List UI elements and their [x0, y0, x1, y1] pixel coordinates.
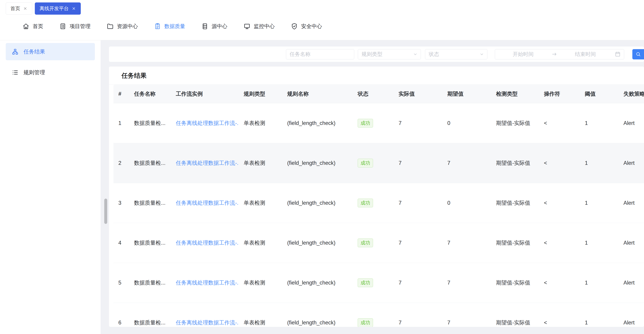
workflow-instance-link[interactable]: 任务离线处理数据工作流-...: [176, 240, 239, 246]
sidebar-item-label: 规则管理: [24, 69, 45, 76]
nav-item-data-quality[interactable]: 数据质量: [154, 23, 185, 30]
tab-offline-dev-platform[interactable]: 离线开发平台: [35, 3, 81, 15]
col-header-rule_name: 规则名称: [282, 85, 353, 103]
table-row: 2数据质量检...任务离线处理数据工作流-...单表检测(field_lengt…: [114, 143, 644, 183]
status-select[interactable]: 状态: [425, 49, 487, 59]
sidebar: 任务结果规则管理: [0, 40, 100, 334]
nav-item-monitor-center[interactable]: 监控中心: [243, 23, 275, 30]
workflow-instance-link[interactable]: 任务离线处理数据工作流-...: [176, 280, 239, 286]
main-nav: 首页项目管理资源中心数据质量源中心监控中心安全中心: [0, 15, 644, 38]
cell-status: 成功: [353, 103, 394, 143]
cell-rule_type: 单表检测: [239, 223, 282, 263]
cell-actual: 7: [394, 223, 442, 263]
chevron-down-icon: [413, 52, 418, 57]
cell-threshold: 1: [580, 223, 618, 263]
nav-item-label: 资源中心: [117, 23, 138, 30]
cell-actual: 7: [394, 103, 442, 143]
status-badge: 成功: [358, 159, 373, 167]
nav-item-home[interactable]: 首页: [22, 23, 43, 30]
col-header-index: #: [114, 85, 129, 103]
cell-operator: <: [539, 143, 580, 183]
cell-check_type: 期望值-实际值: [491, 263, 539, 303]
cell-threshold: 1: [580, 103, 618, 143]
cell-threshold: 1: [580, 263, 618, 303]
monitor-icon: [243, 23, 251, 30]
cell-check_type: 期望值-实际值: [491, 223, 539, 263]
tab-label: 离线开发平台: [40, 5, 69, 12]
cell-status: 成功: [353, 143, 394, 183]
cell-rule_name: (field_length_check): [282, 223, 353, 263]
close-icon[interactable]: [72, 6, 76, 11]
workflow-instance-link[interactable]: 任务离线处理数据工作流-...: [176, 319, 239, 326]
nav-item-label: 首页: [33, 23, 43, 30]
cell-rule_name: (field_length_check): [282, 103, 353, 143]
cell-expected: 7: [442, 303, 491, 327]
cell-rule_type: 单表检测: [239, 303, 282, 327]
cell-failure_strategy: Alert: [618, 103, 644, 143]
workflow-instance-link[interactable]: 任务离线处理数据工作流-...: [176, 200, 239, 206]
cell-threshold: 1: [580, 303, 618, 327]
sitemap-icon: [12, 48, 18, 55]
cell-expected: 7: [442, 143, 491, 183]
sidebar-item-rule-management[interactable]: 规则管理: [6, 64, 95, 81]
cell-index: 6: [114, 303, 129, 327]
cell-rule_name: (field_length_check): [282, 303, 353, 327]
home-icon: [22, 23, 30, 30]
task-name-input[interactable]: [286, 49, 354, 59]
rule-type-select[interactable]: 规则类型: [358, 49, 421, 59]
cell-expected: 0: [442, 183, 491, 223]
sidebar-item-task-results[interactable]: 任务结果: [6, 43, 95, 60]
cell-rule_type: 单表检测: [239, 183, 282, 223]
status-badge: 成功: [358, 119, 373, 128]
status-badge: 成功: [358, 238, 373, 247]
sidebar-item-label: 任务结果: [24, 48, 45, 55]
close-icon[interactable]: [23, 6, 28, 11]
cell-operator: <: [539, 263, 580, 303]
cell-expected: 7: [442, 263, 491, 303]
nav-item-label: 安全中心: [301, 23, 322, 30]
cell-operator: <: [539, 223, 580, 263]
cell-rule_name: (field_length_check): [282, 183, 353, 223]
calendar-icon: [614, 51, 621, 57]
nav-item-security-center[interactable]: 安全中心: [291, 23, 322, 30]
nav-item-resource-center[interactable]: 资源中心: [106, 23, 138, 30]
cell-check_type: 期望值-实际值: [491, 143, 539, 183]
table-row: 1数据质量检...任务离线处理数据工作流-...单表检测(field_lengt…: [114, 103, 644, 143]
nav-item-label: 数据质量: [164, 23, 185, 30]
cell-actual: 7: [394, 183, 442, 223]
col-header-threshold: 阈值: [580, 85, 618, 103]
workflow-instance-link[interactable]: 任务离线处理数据工作流-...: [176, 160, 239, 166]
search-button[interactable]: [632, 49, 644, 59]
nav-item-project-management[interactable]: 项目管理: [59, 23, 90, 30]
chevron-down-icon: [479, 52, 484, 57]
col-header-status: 状态: [353, 85, 394, 103]
cell-failure_strategy: Alert: [618, 223, 644, 263]
start-time-placeholder: 开始时间: [495, 51, 552, 58]
col-header-expected: 期望值: [442, 85, 491, 103]
tab-home[interactable]: 首页: [6, 3, 32, 15]
col-header-rule_type: 规则类型: [239, 85, 282, 103]
date-range-picker[interactable]: 开始时间 结束时间: [495, 49, 624, 59]
cell-status: 成功: [353, 223, 394, 263]
workflow-instance-link[interactable]: 任务离线处理数据工作流-...: [176, 120, 239, 126]
table-header-row: #任务名称工作流实例规则类型规则名称状态实际值期望值检测类型操作符阈值失败策略: [114, 85, 644, 103]
vertical-scrollbar-thumb[interactable]: [104, 199, 107, 224]
nav-item-source-center[interactable]: 源中心: [201, 23, 227, 30]
cell-workflow: 任务离线处理数据工作流-...: [171, 223, 239, 263]
arrow-right-icon: [552, 51, 557, 57]
cell-expected: 7: [442, 223, 491, 263]
col-header-failure_strategy: 失败策略: [618, 85, 644, 103]
folder-icon: [106, 23, 114, 30]
cell-check_type: 期望值-实际值: [491, 303, 539, 327]
task-results-panel: 任务结果 #任务名称工作流实例规则类型规则名称状态实际值期望值检测类型操作符阈值…: [109, 67, 644, 327]
results-table: #任务名称工作流实例规则类型规则名称状态实际值期望值检测类型操作符阈值失败策略 …: [114, 85, 644, 327]
col-header-check_type: 检测类型: [491, 85, 539, 103]
status-badge: 成功: [358, 318, 373, 327]
cell-index: 1: [114, 103, 129, 143]
cell-check_type: 期望值-实际值: [491, 103, 539, 143]
cell-failure_strategy: Alert: [618, 263, 644, 303]
cell-threshold: 1: [580, 183, 618, 223]
cell-task_name: 数据质量检...: [129, 143, 171, 183]
workspace: 任务结果规则管理 规则类型 状态 开始时间 结束时间: [0, 40, 644, 334]
cell-index: 5: [114, 263, 129, 303]
